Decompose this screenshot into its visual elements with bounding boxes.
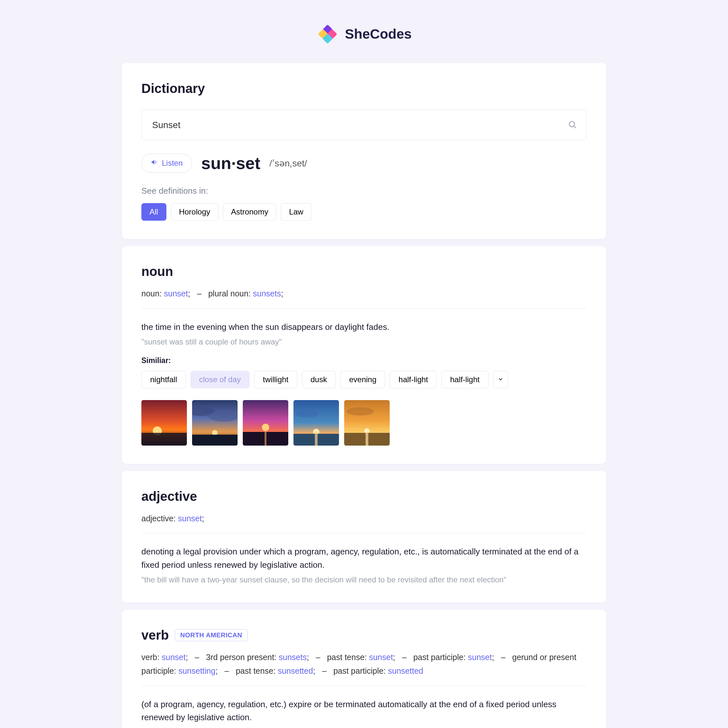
brand-logo-icon <box>316 23 339 46</box>
similar-chip-half-light-2[interactable]: half-light <box>441 371 488 388</box>
similar-chip-close-of-day[interactable]: close of day <box>190 371 249 388</box>
definition-adjective: denoting a legal provision under which a… <box>141 545 587 571</box>
definition-verb: (of a program, agency, regulation, etc.)… <box>141 698 587 724</box>
sunset-thumbnail-5[interactable] <box>344 400 390 445</box>
similar-expand-button[interactable] <box>493 371 508 388</box>
forms-noun: noun: sunset; – plural noun: sunsets; <box>141 287 587 301</box>
form-verb-value: sunset <box>162 653 186 662</box>
form-3rd-person-value: sunsets <box>278 653 306 662</box>
page-title: Dictionary <box>141 81 587 96</box>
word-header-row: Listen sun·set /ˈsənˌset/ <box>141 153 587 173</box>
similar-chip-nightfall[interactable]: nightfall <box>141 371 186 388</box>
phonetic: /ˈsənˌset/ <box>269 158 307 169</box>
example-adjective: "the bill will have a two-year sunset cl… <box>141 575 587 584</box>
similar-chip-dusk[interactable]: dusk <box>302 371 336 388</box>
brand-name: SheCodes <box>345 26 411 42</box>
pos-heading-noun-text: noun <box>141 264 173 279</box>
sunset-thumbnail-2[interactable] <box>192 400 237 445</box>
category-pill-law[interactable]: Law <box>281 203 311 221</box>
see-definitions-label: See definitions in: <box>141 186 587 196</box>
chevron-down-icon <box>497 375 503 384</box>
forms-verb: verb: sunset; – 3rd person present: suns… <box>141 650 587 678</box>
svg-rect-17 <box>265 431 266 445</box>
svg-rect-27 <box>366 432 368 445</box>
form-gerund-value: sunsetting <box>179 666 216 675</box>
form-adjective-value: sunset <box>178 514 202 523</box>
search-icon[interactable] <box>568 120 577 130</box>
similar-chips: nightfall close of day twillight dusk ev… <box>141 371 587 388</box>
category-pill-horology[interactable]: Horology <box>171 203 219 221</box>
svg-point-15 <box>262 424 269 431</box>
forms-adjective: adjective: sunset; <box>141 512 587 526</box>
pos-heading-verb: verb NORTH AMERICAN <box>141 628 587 642</box>
region-badge: NORTH AMERICAN <box>175 629 248 641</box>
form-past-tense-1-value: sunset <box>369 653 393 662</box>
sunset-thumbnail-3[interactable] <box>243 400 288 445</box>
form-past-participle-1-value: sunset <box>468 653 492 662</box>
svg-point-24 <box>346 407 374 415</box>
card-verb: verb NORTH AMERICAN verb: sunset; – 3rd … <box>122 610 606 728</box>
search-wrap <box>141 110 587 141</box>
pos-heading-verb-text: verb <box>141 628 169 642</box>
card-adjective: adjective adjective: sunset; denoting a … <box>122 471 606 603</box>
listen-button[interactable]: Listen <box>141 154 192 173</box>
form-past-participle-2-value: sunsetted <box>388 666 423 675</box>
divider <box>141 686 587 686</box>
similar-chip-twillight[interactable]: twillight <box>254 371 297 388</box>
svg-rect-8 <box>141 433 187 445</box>
pos-heading-adjective-text: adjective <box>141 489 197 504</box>
speaker-icon <box>151 159 158 168</box>
word-display: sun·set <box>201 153 260 173</box>
svg-line-5 <box>574 126 575 128</box>
category-pills: All Horology Astronomy Law <box>141 203 587 221</box>
svg-rect-22 <box>315 433 318 445</box>
divider <box>141 533 587 533</box>
image-row <box>141 400 587 445</box>
sunset-thumbnail-1[interactable] <box>141 400 187 445</box>
category-pill-all[interactable]: All <box>141 203 167 221</box>
sunset-thumbnail-4[interactable] <box>294 400 339 445</box>
search-input[interactable] <box>141 110 587 141</box>
similar-label: Similiar: <box>141 356 587 365</box>
pos-heading-adjective: adjective <box>141 489 587 504</box>
card-search: Dictionary Listen sun·set /ˈsənˌset/ See… <box>122 63 606 239</box>
example-noun: "sunset was still a couple of hours away… <box>141 337 587 346</box>
pos-heading-noun: noun <box>141 264 587 279</box>
form-past-tense-2-value: sunsetted <box>278 666 313 675</box>
svg-point-19 <box>296 410 318 417</box>
svg-rect-13 <box>192 434 237 445</box>
brand-header: SheCodes <box>316 23 411 46</box>
definition-noun: the time in the evening when the sun dis… <box>141 320 587 333</box>
similar-chip-evening[interactable]: evening <box>340 371 385 388</box>
listen-label: Listen <box>162 159 183 168</box>
similar-chip-half-light-1[interactable]: half-light <box>390 371 437 388</box>
form-plural-noun-value: sunsets <box>253 289 281 298</box>
category-pill-astronomy[interactable]: Astronomy <box>223 203 277 221</box>
card-noun: noun noun: sunset; – plural noun: sunset… <box>122 246 606 464</box>
form-noun-value: sunset <box>164 289 188 298</box>
